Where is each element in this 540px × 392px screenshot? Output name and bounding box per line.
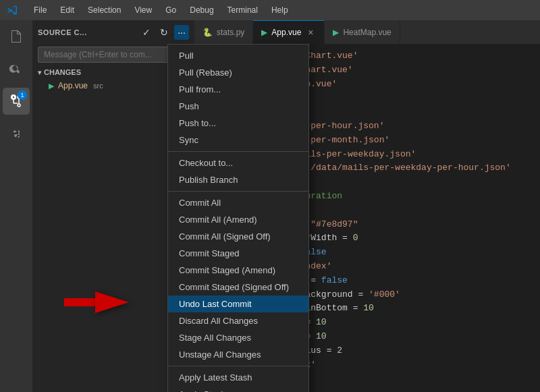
tab-close-button[interactable]: × — [305, 27, 316, 38]
tab-stats-py[interactable]: 🐍 stats.py — [194, 20, 253, 44]
dropdown-item-stage-all-changes[interactable]: Stage All Changes — [168, 329, 308, 346]
menu-help[interactable]: Help — [266, 4, 294, 16]
commit-message-input[interactable] — [38, 47, 189, 63]
menu-view[interactable]: View — [129, 4, 157, 16]
menu-selection[interactable]: Selection — [82, 4, 126, 16]
dropdown-item-discard-all-changes[interactable]: Discard All Changes — [168, 312, 308, 329]
dropdown-item-sync[interactable]: Sync — [168, 132, 308, 148]
changes-label: CHANGES — [44, 68, 81, 76]
dropdown-item-pull[interactable]: Pull — [168, 47, 308, 64]
dropdown-item-commit-staged[interactable]: Commit Staged — [168, 245, 308, 262]
menu-separator — [168, 151, 308, 152]
tab-label: App.vue — [271, 28, 301, 37]
context-menu: PullPull (Rebase)Pull from...PushPush to… — [167, 44, 309, 392]
menu-bar: File Edit Selection View Go Debug Termin… — [28, 4, 294, 16]
dropdown-item-push-to...[interactable]: Push to... — [168, 115, 308, 132]
title-bar: File Edit Selection View Go Debug Termin… — [0, 0, 540, 20]
arrow-shaft — [64, 298, 98, 306]
chevron-down-icon: ▾ — [38, 69, 41, 76]
more-actions-button[interactable]: ··· — [174, 25, 189, 40]
checkmark-button[interactable]: ✓ — [139, 25, 154, 40]
menu-edit[interactable]: Edit — [55, 4, 80, 16]
activity-search[interactable] — [3, 55, 30, 82]
dropdown-item-commit-all[interactable]: Commit All — [168, 194, 308, 211]
tab-app-vue[interactable]: ▶ App.vue × — [253, 20, 325, 44]
activity-extensions[interactable] — [3, 120, 30, 147]
dropdown-item-apply-stash...[interactable]: Apply Stash... — [168, 386, 308, 392]
file-name: App.vue — [58, 81, 88, 90]
dropdown-item-commit-staged-(signed-off)[interactable]: Commit Staged (Signed Off) — [168, 279, 308, 296]
sidebar: SOURCE C... ✓ ↻ ··· ▾ CHANGES ▶ App.vue … — [32, 20, 194, 392]
arrow-indicator — [64, 291, 149, 313]
svg-point-0 — [12, 96, 15, 99]
tab-label: stats.py — [217, 28, 244, 37]
svg-point-2 — [18, 104, 20, 107]
sidebar-actions: ✓ ↻ ··· — [139, 25, 189, 40]
dropdown-item-pull-(rebase)[interactable]: Pull (Rebase) — [168, 64, 308, 81]
tab-heatmap-vue[interactable]: ▶ HeatMap.vue — [325, 20, 400, 44]
activity-source-control[interactable]: 1 — [3, 88, 30, 115]
dropdown-item-unstage-all-changes[interactable]: Unstage All Changes — [168, 346, 308, 363]
vue-file-icon: ▶ — [333, 28, 339, 37]
menu-terminal[interactable]: Terminal — [222, 4, 263, 16]
vue-icon: ▶ — [49, 82, 54, 90]
source-control-badge: 1 — [18, 90, 27, 100]
tab-bar: 🐍 stats.py ▶ App.vue × ▶ HeatMap.vue — [194, 20, 540, 44]
dropdown-item-publish-branch[interactable]: Publish Branch — [168, 171, 308, 188]
main-layout: 1 SOURCE C... ✓ ↻ ··· ▾ CHANGES ▶ App.vu… — [0, 20, 540, 392]
arrow-head — [95, 291, 149, 313]
menu-debug[interactable]: Debug — [184, 4, 219, 16]
sidebar-header: SOURCE C... ✓ ↻ ··· — [32, 20, 194, 44]
dropdown-item-apply-latest-stash[interactable]: Apply Latest Stash — [168, 369, 308, 386]
dropdown-item-checkout-to...[interactable]: Checkout to... — [168, 155, 308, 171]
python-icon: 🐍 — [202, 28, 213, 37]
dropdown-item-commit-all-(signed-off)[interactable]: Commit All (Signed Off) — [168, 228, 308, 245]
dropdown-item-push[interactable]: Push — [168, 98, 308, 115]
dropdown-item-pull-from...[interactable]: Pull from... — [168, 81, 308, 98]
tab-label: HeatMap.vue — [343, 28, 391, 37]
menu-go[interactable]: Go — [160, 4, 182, 16]
vscode-logo — [7, 5, 18, 16]
dropdown-item-undo-last-commit[interactable]: Undo Last Commit — [168, 296, 308, 312]
sidebar-title: SOURCE C... — [38, 28, 135, 36]
dropdown-item-commit-staged-(amend)[interactable]: Commit Staged (Amend) — [168, 262, 308, 279]
menu-separator — [168, 366, 308, 366]
menu-separator — [168, 191, 308, 192]
dropdown-item-commit-all-(amend)[interactable]: Commit All (Amend) — [168, 211, 308, 228]
menu-file[interactable]: File — [28, 4, 52, 16]
activity-bar: 1 — [0, 20, 32, 392]
vue-file-icon: ▶ — [261, 28, 267, 37]
activity-explorer[interactable] — [3, 23, 30, 50]
file-path: src — [93, 82, 103, 90]
refresh-button[interactable]: ↻ — [157, 25, 171, 40]
